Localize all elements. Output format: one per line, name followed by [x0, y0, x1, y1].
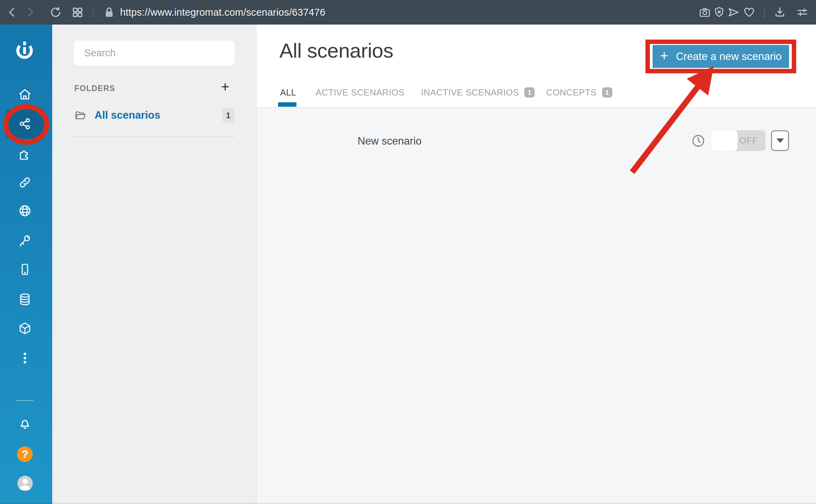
folder-count-badge: 1 — [222, 108, 234, 122]
window-bottom-edge — [0, 503, 816, 504]
folder-open-icon — [74, 110, 86, 121]
folders-heading: FOLDERS — [74, 84, 115, 93]
shield-block-icon[interactable] — [712, 5, 726, 19]
sidebar-item-devices[interactable] — [17, 262, 32, 277]
active-tab-underline — [278, 102, 296, 107]
address-bar[interactable]: https://www.integromat.com/scenarios/637… — [120, 0, 325, 25]
ssl-lock-icon — [102, 5, 116, 19]
toolbar-separator — [764, 6, 765, 18]
scenario-toggle[interactable]: OFF — [711, 130, 766, 151]
sidebar-item-keys[interactable] — [17, 233, 32, 248]
help-label: ? — [21, 448, 28, 461]
browser-toolbar: https://www.integromat.com/scenarios/637… — [0, 0, 816, 25]
page: https://www.integromat.com/scenarios/637… — [0, 0, 816, 504]
send-icon[interactable] — [727, 5, 740, 19]
add-folder-button[interactable]: + — [216, 78, 234, 96]
search-input[interactable] — [74, 41, 234, 65]
camera-icon[interactable] — [698, 5, 712, 19]
sidebar-item-dashboard[interactable] — [17, 87, 32, 102]
heart-icon[interactable] — [742, 5, 756, 19]
sidebar-item-apps[interactable] — [17, 203, 32, 218]
annotation-highlight-box: + Create a new scenario — [645, 40, 796, 73]
page-title: All scenarios — [279, 39, 393, 62]
tab-overview-icon[interactable] — [71, 5, 84, 19]
toolbar-separator — [93, 6, 93, 18]
tab-count-badge: 1 — [602, 87, 612, 98]
schedule-clock-icon — [691, 134, 705, 148]
notifications-bell-icon[interactable] — [17, 416, 32, 431]
folders-divider — [74, 136, 234, 137]
tab-all[interactable]: ALL — [280, 87, 296, 98]
sidebar-item-more[interactable] — [17, 351, 32, 366]
toggle-knob — [711, 130, 738, 151]
scenario-options-dropdown[interactable] — [771, 130, 789, 151]
folder-item-all-scenarios[interactable]: All scenarios 1 — [74, 106, 234, 124]
main-header: All scenarios + Create a new scenario AL… — [257, 25, 816, 108]
tab-concepts[interactable]: CONCEPTS 1 — [546, 87, 612, 98]
tab-inactive-scenarios[interactable]: INACTIVE SCENARIOS 1 — [421, 87, 535, 98]
create-scenario-button[interactable]: + Create a new scenario — [653, 45, 789, 68]
integromat-logo-icon[interactable] — [15, 40, 34, 60]
tab-count-badge: 1 — [524, 87, 535, 98]
scenario-row[interactable]: New scenario OFF — [257, 127, 816, 155]
sidebar-item-data-stores[interactable] — [17, 292, 32, 307]
chevron-down-icon — [776, 138, 784, 143]
scenario-name: New scenario — [358, 135, 422, 147]
download-icon[interactable] — [773, 5, 787, 19]
settings-sliders-icon[interactable] — [796, 5, 809, 19]
help-button[interactable]: ? — [17, 446, 33, 462]
tab-label: INACTIVE SCENARIOS — [421, 87, 519, 98]
sidebar-item-data-structures[interactable] — [17, 321, 32, 336]
toggle-state-label: OFF — [739, 130, 758, 151]
forward-icon[interactable] — [23, 5, 37, 19]
folders-panel: FOLDERS + All scenarios 1 — [52, 25, 257, 504]
main-content: All scenarios + Create a new scenario AL… — [257, 25, 816, 504]
sidebar-divider — [16, 400, 33, 401]
create-scenario-label: Create a new scenario — [676, 50, 782, 63]
folder-item-label: All scenarios — [94, 109, 160, 121]
sidebar-item-scenarios[interactable] — [17, 116, 32, 131]
sidebar-item-webhooks[interactable] — [17, 175, 32, 190]
avatar[interactable] — [17, 476, 33, 491]
tab-label: ALL — [280, 87, 296, 98]
sidebar-item-templates[interactable] — [17, 147, 32, 162]
reload-icon[interactable] — [49, 5, 62, 19]
back-icon[interactable] — [5, 5, 19, 19]
primary-sidebar: ? — [0, 25, 52, 504]
tab-label: CONCEPTS — [546, 87, 597, 98]
tab-active-scenarios[interactable]: ACTIVE SCENARIOS — [316, 87, 405, 98]
tab-label: ACTIVE SCENARIOS — [316, 87, 405, 98]
